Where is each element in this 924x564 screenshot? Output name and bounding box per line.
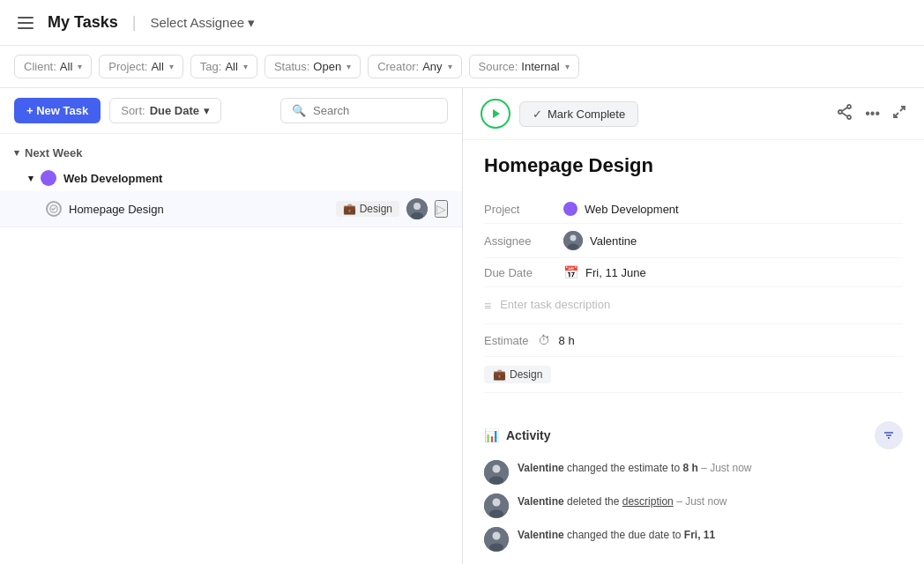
filter-client[interactable]: Client: All ▾ xyxy=(14,55,92,78)
project-label: Project xyxy=(484,203,563,216)
due-date-field-row: Due Date 📅 Fri, 11 June xyxy=(484,258,903,287)
svg-point-5 xyxy=(847,105,851,108)
avatar xyxy=(563,231,583,250)
more-options-button[interactable]: ••• xyxy=(865,106,880,122)
filter-creator[interactable]: Creator: Any ▾ xyxy=(368,55,461,78)
activity-bars-icon: 📊 xyxy=(484,428,499,442)
svg-point-14 xyxy=(568,244,578,250)
project-value: Web Development xyxy=(563,202,679,216)
assignee-value: Valentine xyxy=(563,231,637,250)
right-panel: ✓ Mark Complete ••• xyxy=(463,88,924,564)
activity-header: 📊 Activity xyxy=(484,421,903,449)
avatar xyxy=(484,460,509,485)
svg-marker-4 xyxy=(493,109,500,118)
hamburger-button[interactable] xyxy=(14,13,37,33)
expand-button[interactable] xyxy=(892,105,906,122)
svg-line-8 xyxy=(842,108,847,111)
svg-point-3 xyxy=(411,212,423,219)
filter-activity-button[interactable] xyxy=(875,421,903,449)
svg-point-22 xyxy=(493,499,501,507)
svg-point-6 xyxy=(838,110,842,114)
checkmark-icon: ✓ xyxy=(533,108,542,121)
filter-source[interactable]: Source: Internal ▾ xyxy=(469,55,579,78)
table-row[interactable]: Homepage Design 💼 Design ▷ xyxy=(0,191,462,227)
task-actions-bar: ✓ Mark Complete ••• xyxy=(463,88,924,140)
tag-pill: 💼 Design xyxy=(336,201,399,217)
play-button[interactable]: ▷ xyxy=(435,200,448,218)
list-item: Valentine changed the estimate to 8 h – … xyxy=(484,460,903,485)
estimate-label: Estimate xyxy=(484,334,529,347)
left-panel: + New Task Sort: Due Date ▾ 🔍 ▾ Next Wee… xyxy=(0,88,463,564)
chevron-down-icon: ▾ xyxy=(78,62,82,71)
activity-title: Activity xyxy=(506,428,551,442)
lines-icon: ≡ xyxy=(484,299,491,313)
svg-point-20 xyxy=(489,477,503,485)
task-actions-right: ••• xyxy=(837,104,906,123)
svg-point-2 xyxy=(414,203,421,210)
task-actions-left: ✓ Mark Complete xyxy=(481,99,638,129)
estimate-value: 8 h xyxy=(559,334,575,347)
briefcase-icon: 💼 xyxy=(493,368,506,381)
svg-point-25 xyxy=(493,532,501,540)
section-header-next-week[interactable]: ▾ Next Week xyxy=(0,141,462,165)
sort-button[interactable]: Sort: Due Date ▾ xyxy=(109,98,221,123)
chevron-down-icon: ▾ xyxy=(243,62,248,71)
chevron-down-icon: ▾ xyxy=(448,62,452,71)
list-item: Valentine deleted the description – Just… xyxy=(484,494,903,518)
chevron-down-icon: ▾ xyxy=(346,62,351,71)
assignee-label: Assignee xyxy=(484,234,563,248)
chevron-down-icon: ▾ xyxy=(28,173,34,184)
assignee-field-row: Assignee Valentine xyxy=(484,224,903,258)
new-task-button[interactable]: + New Task xyxy=(14,98,101,123)
search-input[interactable] xyxy=(313,104,436,117)
chevron-down-icon: ▾ xyxy=(248,15,255,31)
svg-point-23 xyxy=(489,510,503,518)
avatar xyxy=(484,494,509,518)
activity-section: 📊 Activity Val xyxy=(463,407,924,564)
tag-item: 💼 Design xyxy=(484,366,551,383)
avatar xyxy=(484,527,509,552)
svg-point-13 xyxy=(570,235,577,241)
project-name: Web Development xyxy=(63,172,162,185)
svg-line-9 xyxy=(842,113,847,116)
task-name: Homepage Design xyxy=(69,203,329,216)
project-color-dot xyxy=(563,202,578,216)
avatar xyxy=(406,198,428,219)
main-layout: + New Task Sort: Due Date ▾ 🔍 ▾ Next Wee… xyxy=(0,88,924,564)
project-dot xyxy=(41,170,56,186)
filter-tag[interactable]: Tag: All ▾ xyxy=(190,55,257,78)
svg-point-7 xyxy=(847,115,851,119)
chevron-down-icon: ▾ xyxy=(14,147,19,159)
list-item: Valentine changed the due date to Fri, 1… xyxy=(484,527,903,552)
project-row[interactable]: ▾ Web Development xyxy=(0,165,462,191)
task-toolbar: + New Task Sort: Due Date ▾ 🔍 xyxy=(0,88,462,134)
chevron-down-icon: ▾ xyxy=(565,62,570,71)
due-date-value: 📅 Fri, 11 June xyxy=(563,265,646,279)
task-detail: Homepage Design Project Web Development … xyxy=(463,140,924,407)
select-assignee-button[interactable]: Select Assignee ▾ xyxy=(150,15,255,31)
title-divider: | xyxy=(132,13,137,32)
chevron-down-icon: ▾ xyxy=(204,104,210,117)
calendar-icon: 📅 xyxy=(563,265,578,279)
due-date-label: Due Date xyxy=(484,266,563,279)
filter-status[interactable]: Status: Open ▾ xyxy=(265,55,361,78)
search-icon: 🔍 xyxy=(292,104,306,117)
activity-text: Valentine deleted the description – Just… xyxy=(518,494,727,509)
project-field-row: Project Web Development xyxy=(484,195,903,224)
mark-complete-button[interactable]: ✓ Mark Complete xyxy=(519,101,638,127)
share-button[interactable] xyxy=(837,104,853,123)
play-circle-button[interactable] xyxy=(481,99,510,129)
description-row[interactable]: ≡ Enter task description xyxy=(484,287,903,324)
top-header: My Tasks | Select Assignee ▾ xyxy=(0,0,924,46)
task-complete-check[interactable] xyxy=(46,201,62,217)
svg-point-19 xyxy=(493,465,501,473)
app-title: My Tasks xyxy=(48,13,118,32)
task-list-area: ▾ Next Week ▾ Web Development Homepage D… xyxy=(0,134,462,564)
briefcase-icon: 💼 xyxy=(343,203,356,215)
filter-project[interactable]: Project: All ▾ xyxy=(99,55,183,78)
estimate-row: Estimate ⏱ 8 h xyxy=(484,324,903,357)
svg-point-26 xyxy=(489,544,503,552)
filter-bar: Client: All ▾ Project: All ▾ Tag: All ▾ … xyxy=(0,46,924,88)
clock-icon: ⏱ xyxy=(538,333,550,347)
section-label: Next Week xyxy=(25,146,83,160)
